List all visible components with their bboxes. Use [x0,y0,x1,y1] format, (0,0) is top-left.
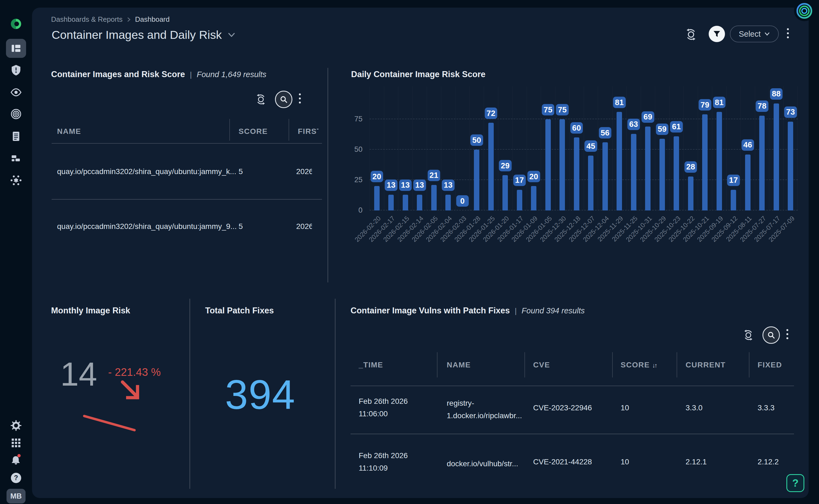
chart-column[interactable]: 81 [612,86,627,210]
monthly-risk-delta: - 221.43 % [108,366,161,378]
chart-column[interactable]: 28 [683,86,698,210]
sidebar-item-apps[interactable] [10,437,22,449]
chart-column[interactable]: 59 [655,86,669,210]
col-header-name[interactable]: NAME [57,127,81,136]
sidebar-item-notifications[interactable] [10,454,22,466]
chart-bar[interactable] [560,119,565,210]
user-avatar[interactable]: MB [7,489,26,503]
select-dropdown[interactable]: Select [730,26,779,42]
refresh-button[interactable] [685,28,697,42]
vulns-menu-button[interactable] [786,329,788,339]
chart-bar[interactable] [660,139,665,210]
chart-bar[interactable] [446,195,451,210]
chart-bar[interactable] [388,195,394,210]
chart-bar[interactable] [603,142,608,210]
sidebar-item-reports[interactable] [10,130,22,142]
chart-value-badge: 81 [713,97,726,108]
chart-column[interactable]: 50 [470,86,484,210]
sidebar-item-detections[interactable] [10,108,22,120]
chart-bar[interactable] [503,175,508,210]
chart-column[interactable]: 69 [641,86,655,210]
sidebar-item-risk[interactable] [10,64,22,76]
col-header-time[interactable]: _TIME [359,361,383,369]
chart-bar[interactable] [403,195,408,210]
col-header-score[interactable]: SCORE ↓↑ [621,361,657,369]
filter-button[interactable] [709,26,725,42]
chart-column[interactable]: 81 [712,86,726,210]
chart-column[interactable]: 78 [755,86,769,210]
chart-column[interactable]: 0 [455,86,470,210]
chart-column[interactable]: 20 [527,86,541,210]
col-header-current[interactable]: CURRENT [686,361,726,369]
chart-bar[interactable] [774,103,779,210]
chart-bar[interactable] [431,185,437,210]
chart-column[interactable]: 13 [413,86,427,210]
chart-column[interactable]: 29 [498,86,513,210]
sidebar-item-cluster[interactable] [10,174,22,186]
chart-bar[interactable] [417,195,422,210]
vuln-date: Feb 26th 2026 [359,451,408,460]
chart-column[interactable]: 56 [598,86,612,210]
sidebar-item-help[interactable]: ? [10,472,22,484]
col-header-cve[interactable]: CVE [533,361,550,369]
chart-column[interactable]: 60 [569,86,584,210]
chart-bar[interactable] [745,155,751,210]
chart-bar[interactable] [717,112,722,210]
chart-column[interactable]: 13 [398,86,413,210]
chart-bar[interactable] [759,116,765,210]
chart-bar[interactable] [531,186,537,210]
chart-column[interactable]: 73 [783,86,798,210]
chart-bar[interactable] [588,156,594,210]
images-menu-button[interactable] [299,93,301,103]
chart-bar[interactable] [545,119,551,210]
vulns-search-button[interactable] [763,326,780,344]
col-header-name[interactable]: NAME [447,361,471,369]
chart-column[interactable]: 45 [584,86,598,210]
chart-bar[interactable] [702,114,708,210]
chart-column[interactable]: 88 [769,86,783,210]
chart-column[interactable]: 63 [626,86,641,210]
chart-column[interactable]: 17 [512,86,527,210]
images-search-button[interactable] [275,91,292,108]
col-header-score[interactable]: SCORE [238,127,268,136]
chart-column[interactable]: 46 [741,86,755,210]
breadcrumb-dashboards-reports[interactable]: Dashboards & Reports [51,15,123,24]
chart-bar[interactable] [788,122,793,210]
images-refresh-button[interactable] [255,93,267,105]
chart-bar[interactable] [617,112,622,210]
chevron-down-icon[interactable] [228,32,235,38]
chart-bar[interactable] [474,150,479,210]
assistant-ring-button[interactable] [794,1,815,21]
chart-column[interactable]: 75 [555,86,570,210]
chart-column[interactable]: 13 [441,86,456,210]
chart-bar[interactable] [374,186,379,210]
chart-column[interactable]: 17 [726,86,741,210]
chart-bar[interactable] [631,134,636,210]
sidebar-item-visibility[interactable] [10,86,22,98]
chart-column[interactable]: 13 [384,86,398,210]
chart-column[interactable]: 72 [484,86,498,210]
chart-column[interactable]: 20 [369,86,384,210]
sort-icon[interactable]: ↓↑ [652,362,657,369]
sidebar-item-widgets[interactable] [10,152,22,164]
page-menu-button[interactable] [787,28,789,38]
help-button[interactable]: ? [786,474,804,492]
chart-bar[interactable] [645,127,651,210]
chart-bar[interactable] [488,123,494,210]
chart-bar[interactable] [731,190,736,210]
chart-bar[interactable] [688,177,694,210]
sidebar-item-dashboards[interactable] [6,39,26,58]
chart-bar[interactable] [674,136,679,210]
sidebar-item-settings[interactable] [10,420,22,431]
chart-column[interactable]: 79 [698,86,712,210]
chart-value-badge: 45 [585,140,597,152]
chart-bar[interactable] [517,190,522,210]
col-header-fixed[interactable]: FIXED [758,361,782,369]
chart-column[interactable]: 61 [669,86,684,210]
chart-column[interactable]: 21 [427,86,441,210]
chart-bar[interactable] [574,137,579,210]
chart-column[interactable]: 75 [541,86,555,210]
breadcrumb-dashboard[interactable]: Dashboard [135,15,169,24]
col-header-first[interactable]: FIRST [298,127,318,136]
vulns-refresh-button[interactable] [742,329,754,341]
